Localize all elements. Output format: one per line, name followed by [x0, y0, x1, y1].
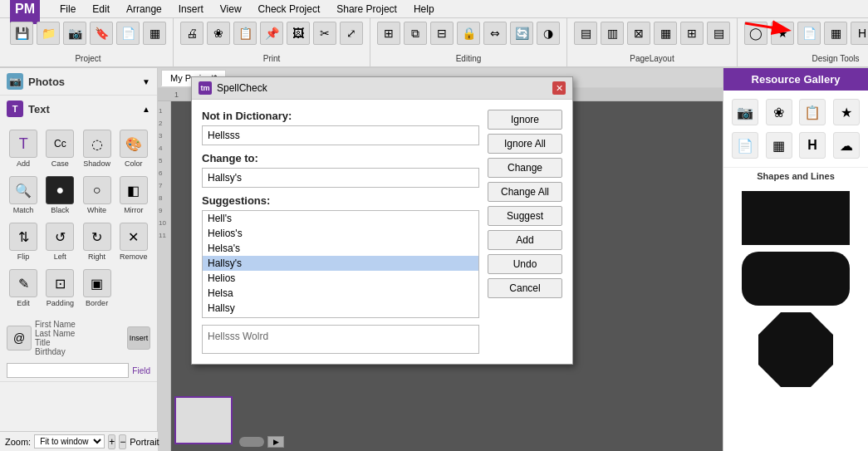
- suggestions-list[interactable]: Hell's Helios's Helsa's Hallsy's Helios …: [202, 210, 479, 318]
- tb-camera-icon[interactable]: 📷: [63, 22, 86, 45]
- tb-clip-icon[interactable]: 📌: [260, 22, 283, 45]
- res-clipboard-icon[interactable]: 📋: [799, 99, 826, 125]
- dialog-close-button[interactable]: ✕: [552, 81, 566, 95]
- suggestion-heelless[interactable]: heelless: [203, 316, 478, 318]
- ignore-all-button[interactable]: Ignore All: [488, 134, 562, 154]
- tool-flip-icon: ⇅: [9, 223, 37, 251]
- tool-padding-icon: ⊡: [46, 269, 74, 297]
- tb-crop-icon[interactable]: ✂: [313, 22, 336, 45]
- shape-octagon[interactable]: [758, 312, 833, 387]
- tool-mirror[interactable]: ◧ Mirror: [117, 174, 150, 217]
- toolbar: 💾 📁 📷 🔖 📄 ▦ Project 🖨 ❀ 📋 📌 🖼 ✂ ⤢ Print …: [0, 18, 868, 68]
- tool-flip[interactable]: ⇅ Flip: [7, 220, 40, 263]
- menu-edit[interactable]: Edit: [89, 2, 113, 17]
- text-header[interactable]: T Text ▲: [0, 96, 157, 122]
- res-camera-icon[interactable]: 📷: [732, 99, 758, 125]
- res-grid-icon[interactable]: ▦: [766, 132, 792, 159]
- cancel-button[interactable]: Cancel: [488, 278, 562, 298]
- text-chevron-icon: ▲: [142, 105, 150, 114]
- tb-bookmark-icon[interactable]: 🔖: [90, 22, 113, 45]
- tb-dup-icon[interactable]: ⧉: [404, 22, 427, 45]
- field-input[interactable]: [7, 363, 129, 378]
- tb-grid-icon[interactable]: ▦: [143, 22, 166, 45]
- tb-save-icon[interactable]: 💾: [10, 22, 33, 45]
- tool-shadow-icon: ◌: [83, 130, 111, 158]
- suggestion-hallsys[interactable]: Hallsy's: [203, 256, 478, 271]
- menu-help[interactable]: Help: [410, 2, 438, 17]
- zoom-out-button[interactable]: −: [119, 434, 126, 449]
- tb-layout2-icon[interactable]: ▥: [601, 22, 624, 45]
- add-button[interactable]: Add: [488, 230, 562, 250]
- tb-page2-icon[interactable]: 📄: [797, 22, 821, 45]
- insert-button[interactable]: Insert: [127, 326, 150, 350]
- tb-flower-icon[interactable]: ❀: [207, 22, 230, 45]
- res-h-icon[interactable]: H: [799, 132, 826, 159]
- tool-color[interactable]: 🎨 Color: [117, 127, 150, 170]
- suggestion-helsas[interactable]: Helsa's: [203, 241, 478, 256]
- suggestion-hells[interactable]: Hell's: [203, 211, 478, 226]
- res-flower-icon[interactable]: ❀: [766, 99, 792, 125]
- tb-folder-icon[interactable]: 📁: [37, 22, 60, 45]
- suggestion-hallsy[interactable]: Hallsy: [203, 301, 478, 316]
- photos-header[interactable]: 📷 Photos ▼: [0, 68, 157, 95]
- tb-grid2-icon[interactable]: ▦: [824, 22, 847, 45]
- shape-rectangle[interactable]: [742, 191, 850, 245]
- change-button[interactable]: Change: [488, 158, 562, 178]
- change-to-input[interactable]: [202, 168, 479, 188]
- undo-button[interactable]: Undo: [488, 254, 562, 274]
- suggest-button[interactable]: Suggest: [488, 206, 562, 226]
- change-all-button[interactable]: Change All: [488, 182, 562, 202]
- tool-black[interactable]: ● Black: [43, 174, 76, 217]
- shape-rounded-rectangle[interactable]: [742, 252, 850, 306]
- shapes-grid: [723, 184, 868, 394]
- tb-layout4-icon[interactable]: ▦: [654, 22, 677, 45]
- tb-layout6-icon[interactable]: ▤: [707, 22, 730, 45]
- tool-white[interactable]: ○ White: [81, 174, 114, 217]
- tb-lock-icon[interactable]: 🔒: [457, 22, 480, 45]
- menu-check-project[interactable]: Check Project: [255, 2, 324, 17]
- tb-star-icon[interactable]: ★: [771, 22, 794, 45]
- tool-shadow[interactable]: ◌ Shadow: [81, 127, 114, 170]
- menu-view[interactable]: View: [217, 2, 245, 17]
- tb-layout5-icon[interactable]: ⊞: [680, 22, 704, 45]
- tb-img-icon[interactable]: 🖼: [287, 22, 310, 45]
- menu-file[interactable]: File: [56, 2, 79, 17]
- zoom-in-button[interactable]: +: [108, 434, 115, 449]
- menu-share-project[interactable]: Share Project: [333, 2, 400, 17]
- tool-padding[interactable]: ⊡ Padding: [43, 267, 76, 310]
- tool-border[interactable]: ▣ Border: [81, 267, 114, 310]
- not-in-dict-input[interactable]: [202, 125, 479, 145]
- tb-print-icon[interactable]: 🖨: [180, 22, 204, 45]
- suggestion-helios[interactable]: Helios: [203, 271, 478, 286]
- tool-left[interactable]: ↺ Left: [43, 220, 76, 263]
- tb-layout1-icon[interactable]: ▤: [574, 22, 597, 45]
- res-star-icon[interactable]: ★: [833, 99, 860, 125]
- tb-layout3-icon[interactable]: ⊠: [627, 22, 650, 45]
- tool-match[interactable]: 🔍 Match: [7, 174, 40, 217]
- suggestion-helsa[interactable]: Helsa: [203, 286, 478, 301]
- tb-resize-icon[interactable]: ⤢: [340, 22, 363, 45]
- ignore-button[interactable]: Ignore: [488, 110, 562, 130]
- tb-page-icon[interactable]: 📄: [116, 22, 140, 45]
- tool-edit[interactable]: ✎ Edit: [7, 267, 40, 310]
- tool-border-icon: ▣: [83, 269, 111, 297]
- tb-textrotate-icon[interactable]: 🔄: [510, 22, 533, 45]
- tb-ungroup-icon[interactable]: ⊟: [430, 22, 454, 45]
- tool-right[interactable]: ↻ Right: [81, 220, 114, 263]
- tb-flip-icon[interactable]: ⇔: [483, 22, 507, 45]
- res-cloud-icon[interactable]: ☁: [833, 132, 860, 159]
- tool-case[interactable]: Cc Case: [43, 127, 76, 170]
- tb-text2-icon[interactable]: H: [851, 22, 868, 45]
- tool-color-icon: 🎨: [120, 130, 148, 158]
- tool-add[interactable]: T Add: [7, 127, 40, 170]
- zoom-select[interactable]: Fit to window: [34, 434, 105, 449]
- res-page-icon[interactable]: 📄: [732, 132, 758, 159]
- tb-opacity-icon[interactable]: ◑: [537, 22, 560, 45]
- tb-frame-icon[interactable]: ⊞: [377, 22, 400, 45]
- menu-arrange[interactable]: Arrange: [123, 2, 165, 17]
- menu-insert[interactable]: Insert: [175, 2, 207, 17]
- tb-pages-icon[interactable]: 📋: [233, 22, 257, 45]
- tb-shape-icon[interactable]: ◯: [744, 22, 767, 45]
- suggestion-helioss[interactable]: Helios's: [203, 226, 478, 241]
- tool-remove[interactable]: ✕ Remove: [117, 220, 150, 263]
